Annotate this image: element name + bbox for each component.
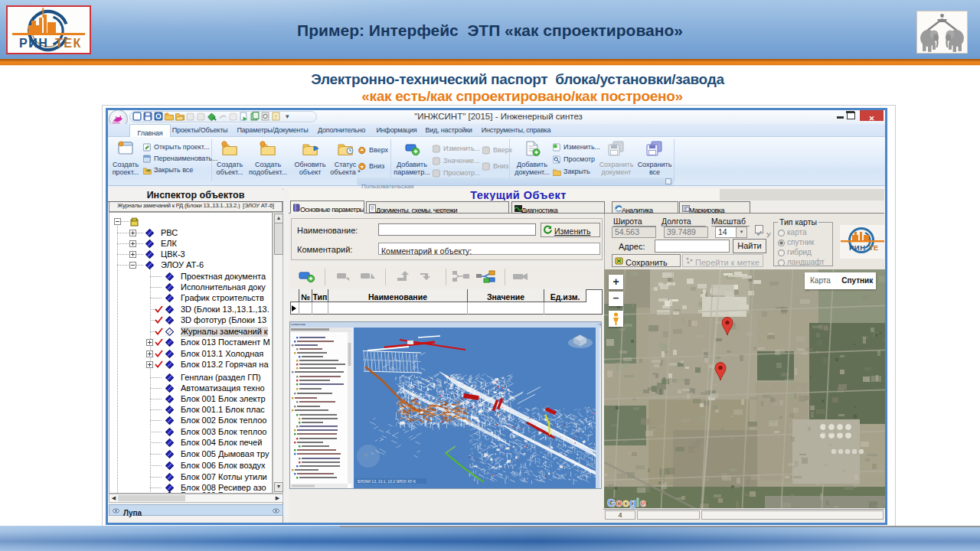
svg-text:ТЕ: ТЕ <box>869 243 878 252</box>
svg-text:G: G <box>607 497 616 509</box>
svg-text:o: o <box>622 497 629 509</box>
svg-text:e: e <box>640 497 646 509</box>
svg-text:g: g <box>629 497 636 509</box>
svg-text:РИН: РИН <box>849 243 866 252</box>
svg-text:БЛОКИ 13, 13.1, 13.2 ЭЛОУ АТ-6: БЛОКИ 13, 13.1, 13.2 ЭЛОУ АТ-6 <box>358 479 416 484</box>
svg-text:o: o <box>616 497 622 509</box>
svg-text:l: l <box>636 497 639 509</box>
